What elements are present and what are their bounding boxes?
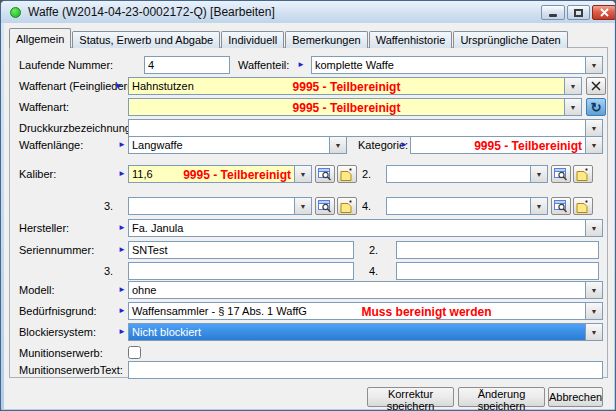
tab-bemerkungen[interactable]: Bemerkungen xyxy=(285,31,368,48)
seriennummer4-input[interactable] xyxy=(396,262,599,280)
waffenart-feingliederung-dropdown-arrow-icon[interactable]: ▼ xyxy=(564,78,581,94)
kaliber2-add-button[interactable] xyxy=(573,165,593,183)
modell-required-marker-icon: ► xyxy=(118,285,126,295)
kaliber4-search-button[interactable] xyxy=(551,197,571,215)
title-bar[interactable]: Waffe (W2014-04-23-0002172-Q) [Bearbeite… xyxy=(1,1,615,23)
kategorie-required-marker-icon: ► xyxy=(400,140,408,150)
refresh-icon: ↻ xyxy=(591,101,602,114)
abbrechen-button[interactable]: Abbrechen xyxy=(548,387,603,407)
waffenlaenge-combobox[interactable]: Langwaffe ▼ xyxy=(128,136,347,154)
beduerfnisgrund-required-marker-icon: ► xyxy=(118,306,126,316)
seriennummer3-input[interactable] xyxy=(128,262,354,280)
kaliber3-search-button[interactable] xyxy=(315,197,335,215)
waffenteil-combobox[interactable]: komplette Waffe ▼ xyxy=(311,56,603,74)
minimize-button[interactable] xyxy=(541,5,565,20)
hersteller-label: Hersteller: xyxy=(19,222,69,234)
tab-allgemein[interactable]: Allgemein xyxy=(9,28,71,48)
minimize-icon xyxy=(549,14,557,17)
kaliber2-number-label: 2. xyxy=(362,168,371,180)
refresh-waffenart-button[interactable]: ↻ xyxy=(586,98,606,116)
kaliber4-dropdown-arrow-icon[interactable]: ▼ xyxy=(530,198,547,214)
kaliber1-status: 9995 - Teilbereinigt xyxy=(183,168,291,182)
waffenlaenge-dropdown-arrow-icon[interactable]: ▼ xyxy=(329,137,346,153)
blockiersystem-value: Nicht blockiert xyxy=(129,324,585,340)
beduerfnisgrund-status: Muss bereinigt werden xyxy=(362,305,492,319)
beduerfnisgrund-label: Bedürfnisgrund: xyxy=(19,305,97,317)
kaliber2-dropdown-arrow-icon[interactable]: ▼ xyxy=(530,166,547,182)
maximize-button[interactable] xyxy=(567,5,590,20)
hersteller-combobox[interactable]: Fa. Janula ▼ xyxy=(128,219,603,237)
tab-individuell[interactable]: Individuell xyxy=(221,31,284,48)
waffenlaenge-required-marker-icon: ► xyxy=(118,140,126,150)
waffenteil-dropdown-arrow-icon[interactable]: ▼ xyxy=(585,57,602,73)
tab-status-erwerb-abgabe[interactable]: Status, Erwerb und Abgabe xyxy=(72,31,220,48)
seriennummer2-input[interactable] xyxy=(396,241,599,259)
kaliber2-combobox[interactable]: ▼ xyxy=(386,165,548,183)
search-records-icon xyxy=(318,200,332,213)
hersteller-required-marker-icon: ► xyxy=(118,223,126,233)
waffenart-combobox[interactable]: 9995 - Teilbereinigt ▼ xyxy=(128,98,582,116)
kaliber2-value xyxy=(387,166,530,182)
add-record-icon xyxy=(576,168,590,181)
kaliber1-dropdown-arrow-icon[interactable]: ▼ xyxy=(294,166,311,182)
kaliber-required-marker-icon: ► xyxy=(118,169,126,179)
waffenart-feingliederung-combobox[interactable]: Hahnstutzen 9995 - Teilbereinigt ▼ xyxy=(128,77,582,95)
munitionserwerb-text-input[interactable] xyxy=(128,361,603,379)
kaliber4-add-button[interactable] xyxy=(573,197,593,215)
maximize-icon xyxy=(574,9,583,17)
kaliber4-number-label: 4. xyxy=(362,200,371,212)
kaliber2-search-button[interactable] xyxy=(551,165,571,183)
beduerfnisgrund-dropdown-arrow-icon[interactable]: ▼ xyxy=(585,303,602,319)
clear-x-icon xyxy=(591,81,601,91)
laufende-nummer-input[interactable] xyxy=(144,56,230,74)
window-title: Waffe (W2014-04-23-0002172-Q) [Bearbeite… xyxy=(28,5,275,19)
druckkurzbezeichnung-dropdown-arrow-icon[interactable]: ▼ xyxy=(585,120,602,136)
waffenart-dropdown-arrow-icon[interactable]: ▼ xyxy=(564,99,581,115)
kaliber3-value xyxy=(129,198,294,214)
kaliber1-search-button[interactable] xyxy=(315,165,335,183)
tab-urspruengliche-daten[interactable]: Ursprüngliche Daten xyxy=(453,31,567,48)
waffe-dialog-window: Waffe (W2014-04-23-0002172-Q) [Bearbeite… xyxy=(0,0,616,411)
seriennummer4-number-label: 4. xyxy=(369,265,378,277)
clear-waffenart-button[interactable] xyxy=(586,77,606,95)
app-status-icon xyxy=(10,7,21,18)
kaliber3-number-label: 3. xyxy=(104,200,113,212)
tab-waffenhistorie[interactable]: Waffenhistorie xyxy=(369,31,453,48)
beduerfnisgrund-combobox[interactable]: Waffensammler - § 17 Abs. 1 WaffG Muss b… xyxy=(128,302,603,320)
blockiersystem-combobox[interactable]: Nicht blockiert ▼ xyxy=(128,323,603,341)
kaliber3-add-button[interactable] xyxy=(337,197,357,215)
aenderung-speichern-button[interactable]: Änderung speichern xyxy=(458,387,545,407)
waffenlaenge-label: Waffenlänge: xyxy=(19,139,83,151)
blockiersystem-dropdown-arrow-icon[interactable]: ▼ xyxy=(585,324,602,340)
seriennummer1-input[interactable] xyxy=(128,241,354,259)
waffenart-label: Waffenart: xyxy=(19,101,69,113)
close-icon xyxy=(600,8,609,17)
korrektur-speichern-button[interactable]: Korrektur speichern xyxy=(367,387,454,407)
modell-combobox[interactable]: ohne ▼ xyxy=(128,281,603,299)
kategorie-combobox[interactable]: 9995 - Teilbereinigt ▼ xyxy=(410,136,603,154)
close-button[interactable] xyxy=(592,5,616,20)
kategorie-status: 9995 - Teilbereinigt xyxy=(474,139,582,153)
search-records-icon xyxy=(318,168,332,181)
munitionserwerb-text-label: MunitionserwerbText: xyxy=(19,364,123,376)
waffenteil-required-marker-icon: ► xyxy=(297,60,305,70)
kaliber1-add-button[interactable] xyxy=(337,165,357,183)
modell-value: ohne xyxy=(129,282,585,298)
hersteller-dropdown-arrow-icon[interactable]: ▼ xyxy=(585,220,602,236)
kaliber4-combobox[interactable]: ▼ xyxy=(386,197,548,215)
tab-strip: Allgemein Status, Erwerb und Abgabe Indi… xyxy=(9,28,569,48)
modell-dropdown-arrow-icon[interactable]: ▼ xyxy=(585,282,602,298)
munitionserwerb-checkbox[interactable] xyxy=(128,346,141,359)
add-record-icon xyxy=(340,200,354,213)
kaliber3-combobox[interactable]: ▼ xyxy=(128,197,312,215)
kaliber3-dropdown-arrow-icon[interactable]: ▼ xyxy=(294,198,311,214)
druckkurzbezeichnung-combobox[interactable]: ▼ xyxy=(128,119,603,137)
add-record-icon xyxy=(340,168,354,181)
waffenlaenge-value: Langwaffe xyxy=(129,137,329,153)
seriennummer2-number-label: 2. xyxy=(369,244,378,256)
kategorie-dropdown-arrow-icon[interactable]: ▼ xyxy=(585,137,602,153)
druckkurzbezeichnung-value xyxy=(129,120,585,136)
kaliber1-combobox[interactable]: 11,6 9995 - Teilbereinigt ▼ xyxy=(128,165,312,183)
seriennummer-label: Seriennummer: xyxy=(19,244,94,256)
waffenteil-value: komplette Waffe xyxy=(312,57,585,73)
